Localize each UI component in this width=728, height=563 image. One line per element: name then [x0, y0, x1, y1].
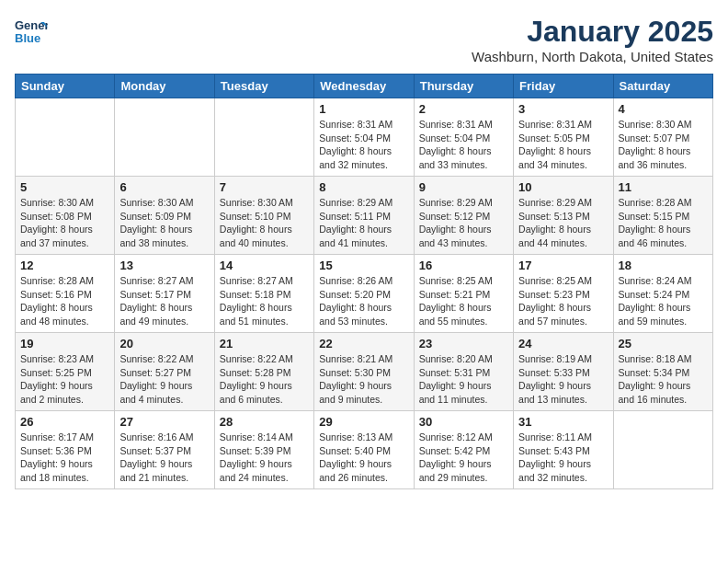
day-info: Sunrise: 8:26 AM Sunset: 5:20 PM Dayligh…: [319, 274, 408, 328]
calendar-cell: 22Sunrise: 8:21 AM Sunset: 5:30 PM Dayli…: [314, 333, 414, 411]
week-row-2: 5Sunrise: 8:30 AM Sunset: 5:08 PM Daylig…: [16, 177, 713, 255]
day-number: 6: [119, 180, 209, 194]
weekday-header-friday: Friday: [514, 75, 613, 98]
calendar-cell: 15Sunrise: 8:26 AM Sunset: 5:20 PM Dayli…: [314, 255, 414, 333]
day-info: Sunrise: 8:22 AM Sunset: 5:28 PM Dayligh…: [220, 352, 309, 407]
day-info: Sunrise: 8:22 AM Sunset: 5:27 PM Dayligh…: [119, 352, 209, 407]
day-number: 27: [119, 415, 209, 429]
day-number: 11: [619, 180, 708, 194]
day-number: 21: [220, 337, 309, 350]
day-number: 24: [518, 337, 608, 350]
day-number: 1: [319, 102, 408, 116]
weekday-header-sunday: Sunday: [16, 75, 115, 98]
calendar-cell: 2Sunrise: 8:31 AM Sunset: 5:04 PM Daylig…: [414, 98, 513, 177]
day-number: 19: [20, 337, 109, 350]
svg-text:Blue: Blue: [15, 31, 40, 45]
svg-text:General: General: [15, 18, 48, 32]
calendar-cell: 1Sunrise: 8:31 AM Sunset: 5:04 PM Daylig…: [314, 98, 414, 177]
weekday-header-tuesday: Tuesday: [214, 75, 313, 98]
day-info: Sunrise: 8:28 AM Sunset: 5:16 PM Dayligh…: [20, 274, 109, 328]
day-info: Sunrise: 8:28 AM Sunset: 5:15 PM Dayligh…: [619, 196, 708, 250]
calendar-cell: [16, 98, 115, 177]
day-info: Sunrise: 8:23 AM Sunset: 5:25 PM Dayligh…: [20, 352, 109, 407]
calendar-cell: 29Sunrise: 8:13 AM Sunset: 5:40 PM Dayli…: [314, 411, 414, 489]
calendar-title: January 2025: [472, 15, 713, 49]
day-number: 8: [319, 180, 408, 194]
day-number: 15: [319, 259, 408, 272]
day-number: 29: [319, 415, 408, 429]
weekday-header-thursday: Thursday: [414, 75, 513, 98]
weekday-header-row: SundayMondayTuesdayWednesdayThursdayFrid…: [16, 75, 713, 98]
calendar-table: SundayMondayTuesdayWednesdayThursdayFrid…: [15, 74, 713, 489]
day-info: Sunrise: 8:27 AM Sunset: 5:18 PM Dayligh…: [220, 274, 309, 328]
day-number: 2: [419, 102, 508, 116]
day-info: Sunrise: 8:16 AM Sunset: 5:37 PM Dayligh…: [119, 431, 209, 485]
day-number: 26: [20, 415, 109, 429]
weekday-header-wednesday: Wednesday: [314, 75, 414, 98]
day-info: Sunrise: 8:21 AM Sunset: 5:30 PM Dayligh…: [319, 352, 408, 407]
calendar-cell: 28Sunrise: 8:14 AM Sunset: 5:39 PM Dayli…: [214, 411, 313, 489]
day-number: 13: [119, 259, 209, 272]
calendar-cell: 6Sunrise: 8:30 AM Sunset: 5:09 PM Daylig…: [115, 177, 214, 255]
calendar-cell: 31Sunrise: 8:11 AM Sunset: 5:43 PM Dayli…: [514, 411, 613, 489]
day-info: Sunrise: 8:29 AM Sunset: 5:12 PM Dayligh…: [419, 196, 508, 250]
calendar-subtitle: Washburn, North Dakota, United States: [472, 49, 713, 64]
calendar-cell: 8Sunrise: 8:29 AM Sunset: 5:11 PM Daylig…: [314, 177, 414, 255]
day-info: Sunrise: 8:30 AM Sunset: 5:09 PM Dayligh…: [119, 196, 209, 250]
calendar-cell: 26Sunrise: 8:17 AM Sunset: 5:36 PM Dayli…: [16, 411, 115, 489]
day-info: Sunrise: 8:30 AM Sunset: 5:10 PM Dayligh…: [220, 196, 309, 250]
calendar-cell: 5Sunrise: 8:30 AM Sunset: 5:08 PM Daylig…: [16, 177, 115, 255]
calendar-cell: 3Sunrise: 8:31 AM Sunset: 5:05 PM Daylig…: [514, 98, 613, 177]
title-block: January 2025 Washburn, North Dakota, Uni…: [472, 15, 713, 64]
day-number: 23: [419, 337, 508, 350]
day-number: 31: [518, 415, 608, 429]
logo-icon: General Blue: [15, 15, 48, 48]
calendar-cell: 30Sunrise: 8:12 AM Sunset: 5:42 PM Dayli…: [414, 411, 513, 489]
day-info: Sunrise: 8:24 AM Sunset: 5:24 PM Dayligh…: [619, 274, 708, 328]
day-info: Sunrise: 8:31 AM Sunset: 5:05 PM Dayligh…: [518, 118, 608, 172]
day-number: 12: [20, 259, 109, 272]
calendar-cell: 21Sunrise: 8:22 AM Sunset: 5:28 PM Dayli…: [214, 333, 313, 411]
calendar-cell: [613, 411, 712, 489]
calendar-cell: 20Sunrise: 8:22 AM Sunset: 5:27 PM Dayli…: [115, 333, 214, 411]
calendar-cell: 23Sunrise: 8:20 AM Sunset: 5:31 PM Dayli…: [414, 333, 513, 411]
day-info: Sunrise: 8:14 AM Sunset: 5:39 PM Dayligh…: [220, 431, 309, 485]
day-info: Sunrise: 8:18 AM Sunset: 5:34 PM Dayligh…: [619, 352, 708, 407]
weekday-header-saturday: Saturday: [613, 75, 712, 98]
calendar-cell: 16Sunrise: 8:25 AM Sunset: 5:21 PM Dayli…: [414, 255, 513, 333]
calendar-cell: 10Sunrise: 8:29 AM Sunset: 5:13 PM Dayli…: [514, 177, 613, 255]
week-row-3: 12Sunrise: 8:28 AM Sunset: 5:16 PM Dayli…: [16, 255, 713, 333]
calendar-cell: 13Sunrise: 8:27 AM Sunset: 5:17 PM Dayli…: [115, 255, 214, 333]
day-info: Sunrise: 8:31 AM Sunset: 5:04 PM Dayligh…: [419, 118, 508, 172]
day-number: 14: [220, 259, 309, 272]
calendar-cell: 19Sunrise: 8:23 AM Sunset: 5:25 PM Dayli…: [16, 333, 115, 411]
day-info: Sunrise: 8:17 AM Sunset: 5:36 PM Dayligh…: [20, 431, 109, 485]
day-number: 25: [619, 337, 708, 350]
day-info: Sunrise: 8:27 AM Sunset: 5:17 PM Dayligh…: [119, 274, 209, 328]
day-info: Sunrise: 8:19 AM Sunset: 5:33 PM Dayligh…: [518, 352, 608, 407]
day-info: Sunrise: 8:12 AM Sunset: 5:42 PM Dayligh…: [419, 431, 508, 485]
calendar-cell: 12Sunrise: 8:28 AM Sunset: 5:16 PM Dayli…: [16, 255, 115, 333]
day-number: 4: [619, 102, 708, 116]
day-number: 28: [220, 415, 309, 429]
day-info: Sunrise: 8:30 AM Sunset: 5:07 PM Dayligh…: [619, 118, 708, 172]
day-number: 18: [619, 259, 708, 272]
page-header: General Blue January 2025 Washburn, Nort…: [15, 15, 713, 64]
day-number: 16: [419, 259, 508, 272]
day-info: Sunrise: 8:25 AM Sunset: 5:23 PM Dayligh…: [518, 274, 608, 328]
calendar-cell: 9Sunrise: 8:29 AM Sunset: 5:12 PM Daylig…: [414, 177, 513, 255]
day-number: 10: [518, 180, 608, 194]
day-info: Sunrise: 8:30 AM Sunset: 5:08 PM Dayligh…: [20, 196, 109, 250]
day-number: 9: [419, 180, 508, 194]
day-info: Sunrise: 8:11 AM Sunset: 5:43 PM Dayligh…: [518, 431, 608, 485]
calendar-cell: 18Sunrise: 8:24 AM Sunset: 5:24 PM Dayli…: [613, 255, 712, 333]
calendar-cell: 7Sunrise: 8:30 AM Sunset: 5:10 PM Daylig…: [214, 177, 313, 255]
day-number: 17: [518, 259, 608, 272]
day-number: 22: [319, 337, 408, 350]
calendar-cell: 4Sunrise: 8:30 AM Sunset: 5:07 PM Daylig…: [613, 98, 712, 177]
calendar-cell: 27Sunrise: 8:16 AM Sunset: 5:37 PM Dayli…: [115, 411, 214, 489]
day-info: Sunrise: 8:20 AM Sunset: 5:31 PM Dayligh…: [419, 352, 508, 407]
calendar-cell: 17Sunrise: 8:25 AM Sunset: 5:23 PM Dayli…: [514, 255, 613, 333]
week-row-1: 1Sunrise: 8:31 AM Sunset: 5:04 PM Daylig…: [16, 98, 713, 177]
calendar-cell: [214, 98, 313, 177]
